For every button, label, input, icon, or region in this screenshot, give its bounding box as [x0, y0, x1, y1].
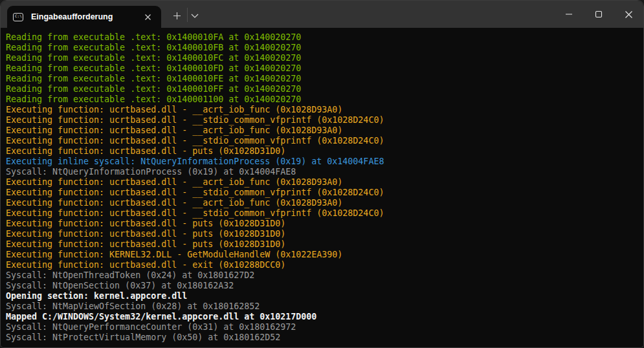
terminal-line: Reading from executable .text: 0x1400010…: [6, 63, 643, 74]
terminal-line: Executing function: ucrtbased.dll - __ac…: [6, 198, 643, 208]
terminal-window: C:\ Eingabeaufforderung: [0, 0, 644, 348]
terminal-line: Syscall: NtQueryPerformanceCounter (0x31…: [6, 322, 643, 332]
terminal-line: Opening section: kernel.appcore.dll: [6, 291, 643, 301]
terminal-line: Syscall: NtMapViewOfSection (0x28) at 0x…: [6, 301, 643, 312]
terminal-line: Syscall: NtOpenSection (0x37) at 0x18016…: [6, 281, 643, 291]
terminal-line: Executing function: ucrtbased.dll - __ac…: [6, 125, 643, 136]
terminal-line: Mapped C:/WINDOWS/System32/kernel.appcor…: [6, 312, 643, 322]
terminal-line: Executing function: ucrtbased.dll - __st…: [6, 115, 643, 125]
terminal-line: Syscall: NtOpenThreadToken (0x24) at 0x1…: [6, 270, 643, 281]
terminal-line: Executing function: ucrtbased.dll - puts…: [6, 146, 643, 157]
terminal-line: Executing function: ucrtbased.dll - __ac…: [6, 177, 643, 188]
terminal-line: Executing function: ucrtbased.dll - __st…: [6, 208, 643, 219]
window-controls: [554, 1, 643, 28]
tab-title: Eingabeaufforderung: [31, 12, 137, 21]
maximize-button[interactable]: [584, 1, 614, 28]
tab-dropdown-button[interactable]: [185, 7, 205, 24]
title-bar: C:\ Eingabeaufforderung: [1, 1, 643, 28]
terminal-line: Syscall: NtProtectVirtualMemory (0x50) a…: [6, 332, 643, 343]
terminal-line: Reading from executable .text: 0x1400010…: [6, 84, 643, 94]
terminal-viewport[interactable]: Reading from executable .text: 0x1400010…: [1, 28, 643, 348]
close-window-button[interactable]: [614, 1, 643, 28]
terminal-line: Executing function: ucrtbased.dll - puts…: [6, 229, 643, 239]
terminal-line: Syscall: NtQueryInformationProcess (0x19…: [6, 167, 643, 177]
new-tab-button[interactable]: [167, 7, 186, 24]
tab-eingabeaufforderung[interactable]: C:\ Eingabeaufforderung: [7, 6, 161, 28]
terminal-line: Executing function: KERNEL32.DLL - GetMo…: [6, 250, 643, 260]
terminal-line: Executing function: ucrtbased.dll - puts…: [6, 219, 643, 229]
terminal-line: Executing function: ucrtbased.dll - __ac…: [6, 105, 643, 115]
terminal-line: Reading from executable .text: 0x1400010…: [6, 32, 643, 43]
terminal-output: Reading from executable .text: 0x1400010…: [6, 32, 643, 343]
terminal-line: Executing function: ucrtbased.dll - exit…: [6, 260, 643, 270]
terminal-line: Reading from executable .text: 0x1400010…: [6, 43, 643, 53]
terminal-line: Executing function: ucrtbased.dll - __st…: [6, 188, 643, 198]
terminal-line: Reading from executable .text: 0x1400010…: [6, 74, 643, 84]
terminal-line: Reading from executable .text: 0x1400011…: [6, 94, 643, 105]
terminal-line: Executing inline syscall: NtQueryInforma…: [6, 157, 643, 167]
cmd-prompt-icon: C:\: [13, 13, 23, 21]
terminal-line: Executing function: ucrtbased.dll - puts…: [6, 239, 643, 250]
terminal-line: Reading from executable .text: 0x1400010…: [6, 53, 643, 63]
minimize-button[interactable]: [554, 1, 584, 28]
terminal-line: Executing function: ucrtbased.dll - __st…: [6, 136, 643, 146]
tab-close-icon[interactable]: [140, 10, 155, 24]
